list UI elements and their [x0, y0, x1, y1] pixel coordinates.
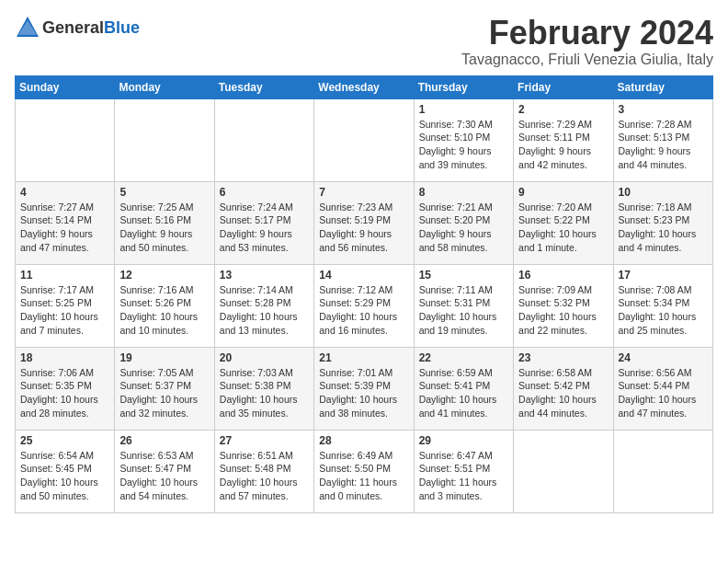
- day-number: 22: [419, 351, 508, 364]
- day-info: Sunrise: 7:06 AMSunset: 5:35 PMDaylight:…: [20, 366, 109, 420]
- day-info: Sunrise: 7:09 AMSunset: 5:32 PMDaylight:…: [518, 283, 608, 338]
- calendar-cell: [115, 98, 214, 181]
- col-header-saturday: Saturday: [613, 75, 712, 98]
- calendar-cell: [613, 430, 712, 512]
- logo: GeneralBlue: [15, 15, 140, 40]
- col-header-tuesday: Tuesday: [214, 75, 313, 98]
- day-number: 15: [419, 269, 508, 282]
- calendar-cell: 2Sunrise: 7:29 AMSunset: 5:11 PMDaylight…: [514, 98, 613, 181]
- day-number: 26: [119, 434, 209, 447]
- day-info: Sunrise: 7:11 AMSunset: 5:31 PMDaylight:…: [419, 283, 508, 338]
- month-title: February 2024: [461, 15, 713, 52]
- day-number: 12: [119, 269, 209, 282]
- day-number: 23: [518, 351, 608, 364]
- calendar-cell: 3Sunrise: 7:28 AMSunset: 5:13 PMDaylight…: [613, 98, 712, 181]
- day-info: Sunrise: 6:51 AMSunset: 5:48 PMDaylight:…: [220, 449, 309, 503]
- calendar-cell: [214, 98, 313, 181]
- calendar-cell: 7Sunrise: 7:23 AMSunset: 5:19 PMDaylight…: [314, 181, 414, 264]
- calendar-week-row: 11Sunrise: 7:17 AMSunset: 5:25 PMDayligh…: [16, 264, 713, 347]
- title-area: February 2024 Tavagnacco, Friuli Venezia…: [461, 15, 713, 68]
- logo-blue: Blue: [104, 18, 140, 37]
- day-number: 5: [119, 186, 209, 199]
- calendar-cell: 24Sunrise: 6:56 AMSunset: 5:44 PMDayligh…: [613, 347, 712, 430]
- calendar-cell: 18Sunrise: 7:06 AMSunset: 5:35 PMDayligh…: [16, 347, 115, 430]
- calendar-cell: 27Sunrise: 6:51 AMSunset: 5:48 PMDayligh…: [214, 430, 313, 512]
- calendar-week-row: 4Sunrise: 7:27 AMSunset: 5:14 PMDaylight…: [16, 181, 713, 264]
- day-number: 24: [619, 351, 708, 364]
- calendar-header-row: SundayMondayTuesdayWednesdayThursdayFrid…: [16, 75, 713, 98]
- day-info: Sunrise: 7:25 AMSunset: 5:16 PMDaylight:…: [119, 201, 209, 255]
- day-info: Sunrise: 7:17 AMSunset: 5:25 PMDaylight:…: [20, 283, 109, 338]
- day-info: Sunrise: 6:53 AMSunset: 5:47 PMDaylight:…: [119, 449, 209, 503]
- calendar-cell: 10Sunrise: 7:18 AMSunset: 5:23 PMDayligh…: [613, 181, 712, 264]
- col-header-sunday: Sunday: [16, 75, 115, 98]
- calendar-cell: 13Sunrise: 7:14 AMSunset: 5:28 PMDayligh…: [214, 264, 313, 347]
- day-info: Sunrise: 7:14 AMSunset: 5:28 PMDaylight:…: [220, 283, 309, 338]
- col-header-monday: Monday: [115, 75, 214, 98]
- day-number: 29: [419, 434, 508, 447]
- calendar-cell: [514, 430, 613, 512]
- calendar-cell: 19Sunrise: 7:05 AMSunset: 5:37 PMDayligh…: [115, 347, 214, 430]
- day-info: Sunrise: 6:47 AMSunset: 5:51 PMDaylight:…: [419, 449, 508, 503]
- day-number: 3: [619, 103, 708, 116]
- logo-general: General: [42, 18, 104, 37]
- day-info: Sunrise: 6:58 AMSunset: 5:42 PMDaylight:…: [518, 366, 608, 420]
- day-info: Sunrise: 7:18 AMSunset: 5:23 PMDaylight:…: [619, 201, 708, 255]
- day-info: Sunrise: 7:21 AMSunset: 5:20 PMDaylight:…: [419, 201, 508, 255]
- day-info: Sunrise: 6:59 AMSunset: 5:41 PMDaylight:…: [419, 366, 508, 420]
- header: GeneralBlue February 2024 Tavagnacco, Fr…: [15, 15, 713, 68]
- day-info: Sunrise: 7:23 AMSunset: 5:19 PMDaylight:…: [319, 201, 408, 255]
- day-number: 10: [619, 186, 708, 199]
- day-info: Sunrise: 7:08 AMSunset: 5:34 PMDaylight:…: [619, 283, 708, 338]
- calendar-cell: 22Sunrise: 6:59 AMSunset: 5:41 PMDayligh…: [414, 347, 513, 430]
- calendar-cell: [314, 98, 414, 181]
- day-info: Sunrise: 7:30 AMSunset: 5:10 PMDaylight:…: [419, 118, 508, 172]
- calendar-cell: 8Sunrise: 7:21 AMSunset: 5:20 PMDaylight…: [414, 181, 513, 264]
- day-info: Sunrise: 6:56 AMSunset: 5:44 PMDaylight:…: [619, 366, 708, 420]
- calendar-cell: 26Sunrise: 6:53 AMSunset: 5:47 PMDayligh…: [115, 430, 214, 512]
- calendar-cell: 4Sunrise: 7:27 AMSunset: 5:14 PMDaylight…: [16, 181, 115, 264]
- calendar-cell: 21Sunrise: 7:01 AMSunset: 5:39 PMDayligh…: [314, 347, 414, 430]
- day-number: 28: [319, 434, 408, 447]
- day-info: Sunrise: 6:54 AMSunset: 5:45 PMDaylight:…: [20, 449, 109, 503]
- day-number: 9: [518, 186, 608, 199]
- day-info: Sunrise: 7:16 AMSunset: 5:26 PMDaylight:…: [119, 283, 209, 338]
- calendar-cell: 28Sunrise: 6:49 AMSunset: 5:50 PMDayligh…: [314, 430, 414, 512]
- calendar-week-row: 18Sunrise: 7:06 AMSunset: 5:35 PMDayligh…: [16, 347, 713, 430]
- day-number: 14: [319, 269, 408, 282]
- calendar-cell: 14Sunrise: 7:12 AMSunset: 5:29 PMDayligh…: [314, 264, 414, 347]
- day-number: 17: [619, 269, 708, 282]
- calendar-cell: 12Sunrise: 7:16 AMSunset: 5:26 PMDayligh…: [115, 264, 214, 347]
- calendar-cell: 9Sunrise: 7:20 AMSunset: 5:22 PMDaylight…: [514, 181, 613, 264]
- calendar-cell: 1Sunrise: 7:30 AMSunset: 5:10 PMDaylight…: [414, 98, 513, 181]
- day-info: Sunrise: 7:20 AMSunset: 5:22 PMDaylight:…: [518, 201, 608, 255]
- col-header-friday: Friday: [514, 75, 613, 98]
- calendar-cell: [16, 98, 115, 181]
- day-info: Sunrise: 7:05 AMSunset: 5:37 PMDaylight:…: [119, 366, 209, 420]
- day-number: 4: [20, 186, 109, 199]
- calendar-cell: 16Sunrise: 7:09 AMSunset: 5:32 PMDayligh…: [514, 264, 613, 347]
- calendar-cell: 6Sunrise: 7:24 AMSunset: 5:17 PMDaylight…: [214, 181, 313, 264]
- logo-icon: [15, 15, 40, 40]
- day-number: 19: [119, 351, 209, 364]
- day-info: Sunrise: 7:03 AMSunset: 5:38 PMDaylight:…: [220, 366, 309, 420]
- day-number: 8: [419, 186, 508, 199]
- day-info: Sunrise: 7:01 AMSunset: 5:39 PMDaylight:…: [319, 366, 408, 420]
- day-info: Sunrise: 7:29 AMSunset: 5:11 PMDaylight:…: [518, 118, 608, 172]
- day-number: 1: [419, 103, 508, 116]
- calendar-cell: 23Sunrise: 6:58 AMSunset: 5:42 PMDayligh…: [514, 347, 613, 430]
- day-number: 11: [20, 269, 109, 282]
- day-info: Sunrise: 6:49 AMSunset: 5:50 PMDaylight:…: [319, 449, 408, 503]
- svg-marker-1: [18, 20, 37, 35]
- calendar-cell: 15Sunrise: 7:11 AMSunset: 5:31 PMDayligh…: [414, 264, 513, 347]
- day-number: 7: [319, 186, 408, 199]
- day-info: Sunrise: 7:24 AMSunset: 5:17 PMDaylight:…: [220, 201, 309, 255]
- location-title: Tavagnacco, Friuli Venezia Giulia, Italy: [461, 52, 713, 68]
- calendar-cell: 29Sunrise: 6:47 AMSunset: 5:51 PMDayligh…: [414, 430, 513, 512]
- col-header-thursday: Thursday: [414, 75, 513, 98]
- day-number: 18: [20, 351, 109, 364]
- day-number: 21: [319, 351, 408, 364]
- day-info: Sunrise: 7:12 AMSunset: 5:29 PMDaylight:…: [319, 283, 408, 338]
- day-number: 25: [20, 434, 109, 447]
- calendar-cell: 20Sunrise: 7:03 AMSunset: 5:38 PMDayligh…: [214, 347, 313, 430]
